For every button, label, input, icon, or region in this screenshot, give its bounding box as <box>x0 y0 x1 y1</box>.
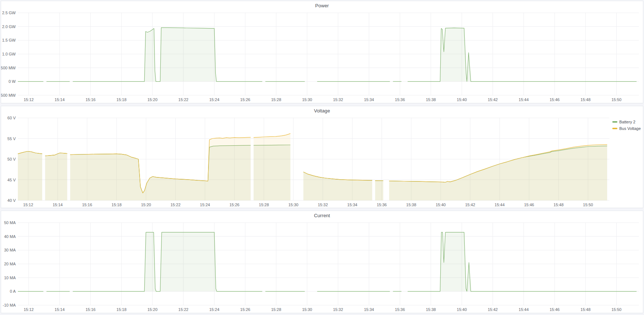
svg-text:15:30: 15:30 <box>302 307 312 312</box>
svg-text:15:18: 15:18 <box>112 203 122 207</box>
svg-text:15:44: 15:44 <box>519 307 529 312</box>
panel-current-header[interactable]: Current <box>1 211 643 220</box>
voltage-y-axis: 60 V55 V50 V45 V40 V <box>7 116 16 203</box>
svg-text:20 MA: 20 MA <box>4 262 16 266</box>
panel-current: Current 50 MA40 MA30 MA20 MA10 MA0 A-10 … <box>1 211 643 313</box>
svg-text:15:32: 15:32 <box>318 203 328 207</box>
svg-text:15:30: 15:30 <box>288 203 298 207</box>
svg-text:15:14: 15:14 <box>55 97 65 102</box>
power-chart[interactable]: 2.5 GW2.0 GW1.5 GW1.0 GW500 MW0 W-500 MW… <box>1 10 643 103</box>
svg-text:15:46: 15:46 <box>550 307 560 312</box>
svg-text:15:22: 15:22 <box>178 307 188 312</box>
voltage-legend: Battery 2Bus Voltage <box>612 119 641 131</box>
svg-text:15:22: 15:22 <box>171 203 181 207</box>
svg-text:15:36: 15:36 <box>395 307 405 312</box>
legend-item-battery-2[interactable]: Battery 2 <box>612 119 641 124</box>
svg-text:15:32: 15:32 <box>333 97 343 102</box>
svg-text:15:24: 15:24 <box>209 307 219 312</box>
current-y-axis: 50 MA40 MA30 MA20 MA10 MA0 A-10 MA <box>3 220 16 307</box>
svg-text:15:26: 15:26 <box>229 203 239 207</box>
svg-text:15:14: 15:14 <box>55 307 65 312</box>
svg-text:15:38: 15:38 <box>406 203 417 207</box>
svg-text:15:16: 15:16 <box>82 203 92 207</box>
svg-text:15:12: 15:12 <box>24 307 34 312</box>
svg-text:60 V: 60 V <box>7 116 16 120</box>
panel-power-body: 2.5 GW2.0 GW1.5 GW1.0 GW500 MW0 W-500 MW… <box>1 10 643 103</box>
svg-text:15:40: 15:40 <box>436 203 446 207</box>
voltage-series <box>18 134 607 200</box>
svg-text:-500 MW: -500 MW <box>1 93 16 97</box>
dashboard: Power 2.5 GW2.0 GW1.5 GW1.0 GW500 MW0 W-… <box>1 1 643 313</box>
svg-text:15:38: 15:38 <box>426 307 436 312</box>
svg-text:0 A: 0 A <box>10 289 16 293</box>
svg-text:15:38: 15:38 <box>426 97 436 102</box>
svg-text:55 V: 55 V <box>7 137 16 141</box>
power-series <box>18 28 637 82</box>
svg-text:15:26: 15:26 <box>240 307 250 312</box>
panel-power-title: Power <box>315 3 329 8</box>
svg-text:15:18: 15:18 <box>117 307 127 312</box>
svg-text:15:50: 15:50 <box>612 97 622 102</box>
svg-text:15:50: 15:50 <box>612 307 622 312</box>
svg-text:15:20: 15:20 <box>141 203 151 207</box>
svg-text:15:16: 15:16 <box>86 97 96 102</box>
svg-text:15:34: 15:34 <box>364 97 374 102</box>
svg-text:0 W: 0 W <box>8 79 16 84</box>
svg-text:15:12: 15:12 <box>24 97 34 102</box>
svg-text:15:28: 15:28 <box>271 307 281 312</box>
svg-text:30 MA: 30 MA <box>4 248 16 252</box>
panel-voltage-body: 60 V55 V50 V45 V40 V 15:1215:1415:1615:1… <box>1 115 643 208</box>
legend-series-color-marker <box>612 128 617 129</box>
svg-text:15:42: 15:42 <box>488 307 498 312</box>
svg-text:15:12: 15:12 <box>23 203 34 207</box>
svg-text:500 MW: 500 MW <box>1 66 16 70</box>
power-gridlines <box>18 13 639 95</box>
svg-text:15:48: 15:48 <box>581 307 591 312</box>
svg-text:15:18: 15:18 <box>117 97 127 102</box>
svg-text:15:34: 15:34 <box>364 307 374 312</box>
svg-text:15:36: 15:36 <box>395 97 405 102</box>
svg-text:40 V: 40 V <box>7 198 16 203</box>
svg-text:15:46: 15:46 <box>550 97 560 102</box>
panel-voltage-header[interactable]: Voltage <box>1 106 643 115</box>
current-gridlines <box>18 223 639 305</box>
svg-text:15:22: 15:22 <box>178 97 188 102</box>
svg-text:2.5 GW: 2.5 GW <box>2 11 16 15</box>
svg-text:15:20: 15:20 <box>147 97 157 102</box>
svg-text:15:32: 15:32 <box>333 307 343 312</box>
svg-text:15:26: 15:26 <box>240 97 250 102</box>
svg-text:15:30: 15:30 <box>302 97 312 102</box>
svg-text:50 V: 50 V <box>7 157 16 161</box>
svg-text:15:16: 15:16 <box>86 307 96 312</box>
svg-text:15:34: 15:34 <box>347 203 358 207</box>
power-x-axis: 15:1215:1415:1615:1815:2015:2215:2415:26… <box>24 97 621 102</box>
svg-text:45 V: 45 V <box>7 178 16 182</box>
legend-item-bus-voltage[interactable]: Bus Voltage <box>612 126 641 131</box>
svg-text:1.0 GW: 1.0 GW <box>2 52 16 56</box>
svg-text:15:44: 15:44 <box>519 97 529 102</box>
panel-voltage-title: Voltage <box>314 108 330 114</box>
svg-text:15:24: 15:24 <box>209 97 219 102</box>
legend-series-color-marker <box>612 121 617 123</box>
svg-text:-10 MA: -10 MA <box>3 303 16 307</box>
svg-text:15:50: 15:50 <box>583 203 593 207</box>
svg-text:15:40: 15:40 <box>457 307 467 312</box>
power-y-axis: 2.5 GW2.0 GW1.5 GW1.0 GW500 MW0 W-500 MW <box>1 11 16 97</box>
panel-current-title: Current <box>314 213 330 218</box>
voltage-chart[interactable]: 60 V55 V50 V45 V40 V 15:1215:1415:1615:1… <box>1 115 643 208</box>
legend-series-label: Bus Voltage <box>619 126 641 131</box>
svg-text:15:42: 15:42 <box>488 97 498 102</box>
panel-current-body: 50 MA40 MA30 MA20 MA10 MA0 A-10 MA 15:12… <box>1 220 643 313</box>
panel-power-header[interactable]: Power <box>1 1 643 10</box>
panel-voltage: Voltage 60 V55 V50 V45 V40 V 15:1215:141… <box>1 106 643 208</box>
current-series <box>18 232 637 291</box>
svg-text:15:24: 15:24 <box>200 203 210 207</box>
svg-text:15:14: 15:14 <box>52 203 63 207</box>
current-chart[interactable]: 50 MA40 MA30 MA20 MA10 MA0 A-10 MA 15:12… <box>1 220 643 313</box>
svg-text:40 MA: 40 MA <box>4 234 16 239</box>
svg-text:15:20: 15:20 <box>147 307 157 312</box>
svg-text:1.5 GW: 1.5 GW <box>2 38 16 42</box>
legend-series-label: Battery 2 <box>619 120 635 124</box>
svg-text:15:28: 15:28 <box>259 203 269 207</box>
current-x-axis: 15:1215:1415:1615:1815:2015:2215:2415:26… <box>24 307 621 312</box>
